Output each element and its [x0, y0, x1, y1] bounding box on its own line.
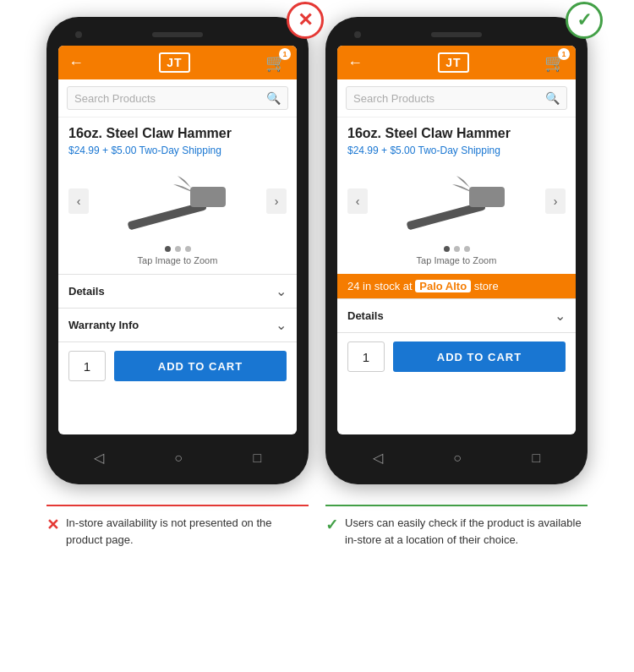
good-divider — [325, 505, 588, 506]
image-area-2: ‹ › — [347, 163, 566, 246]
good-label-content: ✓ Users can easily check if the product … — [325, 515, 588, 548]
quantity-input[interactable] — [68, 351, 106, 381]
dot-3 — [185, 246, 191, 252]
details-accordion[interactable]: Details ⌄ — [58, 274, 297, 308]
bad-badge-icon: ✕ — [298, 9, 313, 31]
app-logo: JT — [159, 52, 189, 73]
search-input-wrap[interactable]: Search Products 🔍 — [67, 86, 288, 110]
bad-phone-wrapper: ✕ ← JT 🛒 1 — [46, 17, 309, 484]
cart-icon[interactable]: 🛒 1 — [265, 52, 287, 73]
product-price-2: $24.99 + $5.00 Two-Day Shipping — [347, 145, 566, 156]
instock-store[interactable]: Palo Alto — [415, 280, 471, 292]
tap-zoom-label-2: Tap Image to Zoom — [347, 255, 566, 265]
phones-comparison: ✕ ← JT 🛒 1 — [46, 17, 588, 484]
product-content-2: 16oz. Steel Claw Hammer $24.99 + $5.00 T… — [337, 117, 576, 265]
cart-icon-2[interactable]: 🛒 1 — [544, 52, 566, 73]
header-right-2: 🛒 1 — [544, 52, 566, 73]
good-label-icon: ✓ — [325, 516, 338, 534]
phone-speaker — [152, 32, 203, 37]
search-bar-2: Search Products 🔍 — [337, 79, 576, 117]
app-logo-2: JT — [438, 52, 468, 73]
app-header-2: ← JT 🛒 1 — [337, 46, 576, 79]
add-to-cart-button[interactable]: ADD TO CART — [114, 351, 287, 381]
dot-1 — [165, 246, 171, 252]
back-button-2[interactable]: ← — [347, 54, 363, 72]
image-next-btn[interactable]: › — [266, 188, 287, 214]
search-icon-2: 🔍 — [545, 91, 560, 105]
app-header: ← JT 🛒 1 — [58, 46, 297, 79]
bad-label-block: ✕ In-store availability is not presented… — [46, 505, 309, 548]
nav-back-btn[interactable]: ◁ — [94, 450, 104, 466]
image-next-btn-2[interactable]: › — [545, 188, 566, 214]
quantity-input-2[interactable] — [347, 341, 385, 372]
dot-3-2 — [464, 246, 470, 252]
phone-bottom-nav: ◁ ○ □ — [58, 443, 297, 469]
search-bar: Search Products 🔍 — [58, 79, 297, 117]
nav-home-btn[interactable]: ○ — [174, 451, 183, 466]
product-price: $24.99 + $5.00 Two-Day Shipping — [68, 145, 287, 156]
cart-badge: 1 — [279, 48, 291, 60]
svg-rect-1 — [190, 187, 226, 207]
search-icon: 🔍 — [266, 91, 281, 105]
hammer-image — [89, 163, 266, 239]
nav-square-btn-2[interactable]: □ — [533, 451, 541, 466]
details-chevron-icon: ⌄ — [276, 283, 287, 299]
add-to-cart-row-2: ADD TO CART — [337, 332, 576, 380]
good-label-text: Users can easily check if the product is… — [345, 515, 588, 548]
good-label-block: ✓ Users can easily check if the product … — [325, 505, 588, 548]
instock-banner: 24 in stock at Palo Alto store — [337, 274, 576, 298]
phone-speaker-2 — [431, 32, 482, 37]
phone-top-bar — [58, 32, 297, 37]
image-dots — [68, 246, 287, 252]
add-to-cart-row: ADD TO CART — [58, 341, 297, 390]
product-content: 16oz. Steel Claw Hammer $24.99 + $5.00 T… — [58, 117, 297, 265]
good-phone-wrapper: ✓ ← JT 🛒 1 — [325, 17, 588, 484]
search-input-wrap-2[interactable]: Search Products 🔍 — [346, 86, 567, 110]
instock-pre: in stock at — [363, 280, 413, 292]
details-chevron-icon-2: ⌄ — [555, 308, 566, 324]
bad-label-content: ✕ In-store availability is not presented… — [46, 515, 309, 548]
details-accordion-2[interactable]: Details ⌄ — [337, 298, 576, 332]
details-label: Details — [68, 285, 105, 298]
bad-label-text: In-store availability is not presented o… — [66, 515, 309, 548]
warranty-chevron-icon: ⌄ — [276, 317, 287, 333]
good-phone-screen: ← JT 🛒 1 Search Products 🔍 — [337, 46, 576, 434]
search-placeholder: Search Products — [74, 92, 266, 105]
nav-back-btn-2[interactable]: ◁ — [373, 450, 383, 466]
svg-rect-3 — [469, 187, 505, 207]
bad-phone: ← JT 🛒 1 Search Products 🔍 — [46, 17, 309, 484]
image-prev-btn[interactable]: ‹ — [68, 188, 89, 214]
labels-row: ✕ In-store availability is not presented… — [8, 505, 626, 548]
good-badge-icon: ✓ — [577, 9, 592, 31]
bad-badge: ✕ — [287, 2, 324, 39]
search-placeholder-2: Search Products — [353, 92, 545, 105]
warranty-accordion[interactable]: Warranty Info ⌄ — [58, 308, 297, 341]
hammer-image-2 — [368, 163, 545, 239]
image-prev-btn-2[interactable]: ‹ — [347, 188, 368, 214]
phone-bottom-nav-2: ◁ ○ □ — [337, 443, 576, 469]
bad-phone-screen: ← JT 🛒 1 Search Products 🔍 — [58, 46, 297, 434]
dot-2-2 — [454, 246, 460, 252]
dot-1-2 — [444, 246, 450, 252]
warranty-label: Warranty Info — [68, 319, 139, 331]
phone-camera-2 — [354, 31, 361, 38]
nav-home-btn-2[interactable]: ○ — [453, 451, 462, 466]
bad-divider — [46, 505, 309, 506]
add-to-cart-button-2[interactable]: ADD TO CART — [393, 341, 566, 372]
nav-square-btn[interactable]: □ — [254, 451, 262, 466]
instock-post: store — [474, 280, 499, 292]
image-area: ‹ — [68, 163, 287, 246]
good-badge: ✓ — [566, 2, 603, 39]
image-dots-2 — [347, 246, 566, 252]
header-right: 🛒 1 — [265, 52, 287, 73]
bad-label-icon: ✕ — [46, 516, 59, 534]
good-phone: ← JT 🛒 1 Search Products 🔍 — [325, 17, 588, 484]
tap-zoom-label: Tap Image to Zoom — [68, 255, 287, 265]
instock-count: 24 — [347, 280, 359, 292]
details-label-2: Details — [347, 309, 384, 322]
phone-camera — [75, 31, 82, 38]
product-title-2: 16oz. Steel Claw Hammer — [347, 126, 566, 141]
product-title: 16oz. Steel Claw Hammer — [68, 126, 287, 141]
hammer-svg — [118, 172, 237, 231]
back-button[interactable]: ← — [68, 54, 84, 72]
